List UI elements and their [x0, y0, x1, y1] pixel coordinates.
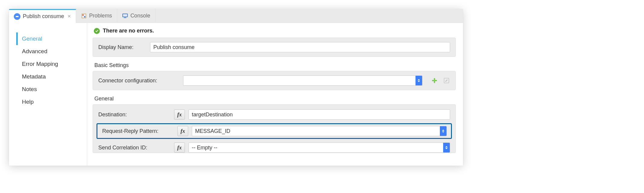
mule-tab-icon: [14, 13, 20, 20]
send-correlation-row: Send Correlation ID: fx: [96, 142, 452, 153]
destination-input[interactable]: [189, 109, 450, 120]
tab-label: Publish consume: [23, 13, 64, 20]
fx-button[interactable]: fx: [174, 142, 185, 153]
close-icon[interactable]: ×: [68, 13, 71, 20]
tabbar: Publish consume × Problems Console: [9, 9, 463, 23]
sidebar-item-label: Error Mapping: [22, 61, 58, 67]
connector-row: Connector configuration:: [98, 75, 450, 86]
sidebar-item-label: Help: [22, 99, 34, 105]
connector-select[interactable]: [183, 75, 422, 86]
sidebar-item-advanced[interactable]: Advanced: [16, 45, 83, 58]
sidebar-item-metadata[interactable]: Metadata: [16, 70, 83, 83]
status-row: There are no errors.: [93, 28, 456, 34]
basic-settings-heading: Basic Settings: [94, 62, 456, 69]
tab-console[interactable]: Console: [117, 9, 155, 23]
basic-settings-panel: Connector configuration:: [93, 71, 456, 90]
destination-label: Destination:: [98, 112, 170, 118]
status-text: There are no errors.: [103, 28, 154, 34]
display-name-row: Display Name:: [98, 42, 450, 52]
svg-point-2: [82, 14, 83, 15]
connector-label: Connector configuration:: [98, 78, 179, 84]
sidebar-item-label: Advanced: [22, 48, 48, 54]
svg-rect-6: [124, 17, 126, 18]
destination-row: Destination: fx: [96, 109, 452, 120]
problems-icon: [81, 13, 87, 19]
display-name-label: Display Name:: [98, 44, 146, 51]
request-reply-row: Request-Reply Pattern: fx: [99, 126, 449, 136]
connector-actions: [431, 77, 450, 84]
sidebar: General Advanced Error Mapping Metadata …: [9, 23, 87, 166]
general-heading: General: [94, 96, 456, 102]
sidebar-item-label: General: [22, 35, 42, 42]
svg-rect-10: [432, 80, 437, 81]
connector-select-wrap: [183, 75, 422, 86]
send-correlation-select[interactable]: [189, 142, 450, 153]
sidebar-item-help[interactable]: Help: [16, 96, 83, 108]
sidebar-item-label: Metadata: [22, 73, 46, 80]
editor-window: Publish consume × Problems Console Gener…: [9, 9, 463, 166]
body: General Advanced Error Mapping Metadata …: [9, 23, 463, 166]
sidebar-item-error-mapping[interactable]: Error Mapping: [16, 58, 83, 70]
display-name-panel: Display Name:: [93, 38, 456, 57]
display-name-input[interactable]: [150, 42, 450, 52]
sidebar-item-general[interactable]: General: [16, 32, 83, 45]
tab-publish-consume[interactable]: Publish consume ×: [9, 9, 76, 23]
fx-button[interactable]: fx: [174, 109, 185, 120]
send-correlation-select-wrap: [189, 142, 450, 153]
request-reply-select-wrap: [192, 126, 447, 136]
add-icon[interactable]: [431, 77, 438, 84]
tab-label: Console: [130, 13, 150, 19]
request-reply-select[interactable]: [192, 126, 447, 136]
general-panel: Destination: fx Request-Reply Pattern: f…: [93, 104, 456, 153]
svg-rect-1: [82, 14, 86, 18]
edit-icon[interactable]: [443, 77, 450, 84]
send-correlation-label: Send Correlation ID:: [98, 145, 170, 151]
console-icon: [122, 13, 128, 19]
tab-label: Problems: [89, 13, 112, 19]
fx-button[interactable]: fx: [177, 126, 188, 136]
main-content: There are no errors. Display Name: Basic…: [87, 23, 463, 166]
request-reply-highlight: Request-Reply Pattern: fx: [97, 123, 452, 139]
svg-point-3: [84, 16, 85, 17]
sidebar-item-label: Notes: [22, 86, 37, 92]
check-icon: [94, 28, 100, 34]
request-reply-label: Request-Reply Pattern:: [102, 128, 174, 134]
svg-rect-0: [16, 16, 19, 17]
tab-problems[interactable]: Problems: [76, 9, 117, 23]
svg-rect-5: [123, 14, 127, 17]
sidebar-item-notes[interactable]: Notes: [16, 83, 83, 96]
